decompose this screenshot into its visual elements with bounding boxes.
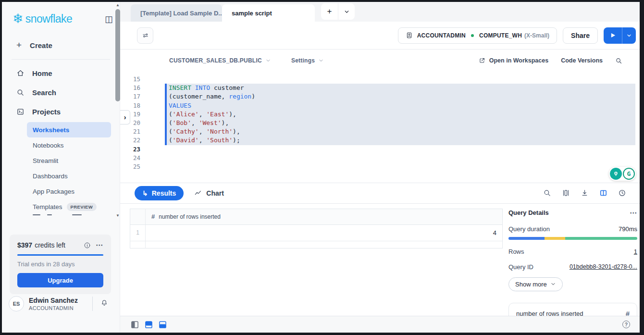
download-icon[interactable]	[581, 189, 589, 197]
collapse-sidebar-icon[interactable]: ◫	[105, 15, 113, 24]
show-more-button[interactable]: Show more	[508, 277, 563, 291]
query-details-panel: Query Details ⋯ Query duration 790ms Row…	[508, 209, 637, 316]
tab-chart[interactable]: Chart	[194, 189, 224, 197]
code-line-21[interactable]: 21('Cathy', 'North'),	[120, 127, 640, 136]
chart-line-icon	[194, 189, 202, 197]
user-role: ACCOUNTADMIN	[29, 305, 78, 311]
scroll-up-icon[interactable]: ▲	[114, 3, 121, 7]
sidebar-item-app-packages[interactable]: App Packages	[27, 184, 111, 199]
sidebar-item-dashboards[interactable]: Dashboards	[27, 168, 111, 184]
sidebar-item-home[interactable]: Home	[2, 63, 120, 83]
scrollbar-thumb[interactable]	[115, 9, 120, 101]
main-content: [Template] Load Sample D... sample scrip…	[120, 2, 640, 333]
sidebar-item-streamlit[interactable]: Streamlit	[27, 153, 111, 168]
code-line-16[interactable]: 16INSERT INTO customer	[120, 84, 640, 92]
info-icon[interactable]	[84, 242, 91, 249]
rows-value-link[interactable]: 1	[634, 248, 637, 255]
rows-label: Rows	[508, 248, 524, 255]
user-row[interactable]: ES Edwin Sanchez ACCOUNTADMIN	[9, 296, 115, 311]
credits-label: credits left	[35, 241, 65, 249]
notifications-bell-icon[interactable]	[100, 299, 108, 309]
code-line-22[interactable]: 22('David', 'South');	[120, 136, 640, 145]
editor-search-button[interactable]	[615, 57, 622, 64]
grammarly-logo-icon[interactable]: G	[623, 168, 635, 180]
tab-list-chevron-icon[interactable]	[338, 3, 355, 20]
query-history-icon[interactable]	[618, 189, 626, 197]
preview-badge: PREVIEW	[67, 203, 97, 211]
role-badge-icon	[406, 32, 413, 39]
snowflake-logo-icon: ❄	[12, 12, 24, 25]
sidebar-item-search[interactable]: Search	[2, 83, 120, 102]
query-id-link[interactable]: 01bdebb8-3201-d278-0...	[570, 263, 637, 270]
share-button[interactable]: Share	[563, 27, 598, 44]
context-selector[interactable]: ACCOUNTADMIN COMPUTE_WH (X-Small)	[398, 27, 557, 44]
results-bar: ↳ Results Chart	[120, 183, 640, 204]
sidebar-item-clipped[interactable]	[27, 214, 111, 218]
app-window: ❄ snowflake ◫ + Create Home Search Proje…	[2, 2, 640, 333]
worksheet-options-button[interactable]	[137, 27, 153, 44]
grammarly-overlay: G	[609, 167, 636, 181]
open-in-workspaces-link[interactable]: Open in Workspaces	[479, 57, 548, 64]
upgrade-button[interactable]: Upgrade	[17, 273, 103, 287]
table-row[interactable]: 1 4	[130, 225, 502, 241]
code-line-20[interactable]: 20('Bob', 'West'),	[120, 119, 640, 127]
help-icon[interactable]: ?	[622, 321, 630, 328]
warehouse-status-dot	[471, 34, 474, 37]
code-line-24[interactable]: 24	[120, 154, 640, 162]
user-divider	[92, 297, 93, 311]
scroll-down-icon[interactable]: ▼	[114, 213, 121, 218]
tab-sample-script[interactable]: sample script	[222, 4, 315, 22]
table-header[interactable]: # number of rows inserted	[130, 209, 502, 225]
settings-dropdown[interactable]: Settings	[291, 57, 324, 64]
active-role: ACCOUNTADMIN	[417, 32, 466, 39]
column-stats-card[interactable]: number of rows inserted # 100% filled	[508, 303, 637, 316]
sidebar-item-projects[interactable]: Projects	[2, 102, 120, 121]
code-lines: 1516INSERT INTO customer17(customer_name…	[120, 75, 640, 171]
window-frame: ❄ snowflake ◫ + Create Home Search Proje…	[0, 0, 644, 335]
object-browser-expander[interactable]: ›	[120, 110, 130, 124]
code-line-23[interactable]: 23	[120, 145, 640, 154]
toggle-left-panel-icon[interactable]	[131, 321, 138, 328]
trial-note: Trial ends in 28 days	[17, 261, 103, 268]
run-button[interactable]	[604, 27, 622, 44]
warehouse-size: (X-Small)	[524, 32, 549, 39]
row-number: 1	[130, 225, 146, 241]
run-options-chevron-icon[interactable]	[622, 27, 636, 44]
search-results-icon[interactable]	[543, 189, 551, 197]
grammarly-suggestion-icon[interactable]	[610, 168, 622, 180]
toggle-results-panel-icon[interactable]	[159, 321, 166, 328]
code-line-15[interactable]: 15	[120, 75, 640, 84]
chevron-down-icon	[265, 58, 271, 63]
credits-progress-bar	[17, 254, 103, 256]
sidebar-item-worksheets[interactable]: Worksheets	[27, 122, 111, 137]
logo-row: ❄ snowflake ◫	[2, 2, 120, 25]
home-icon	[16, 69, 25, 77]
avatar[interactable]: ES	[9, 296, 24, 311]
sidebar-item-templates[interactable]: Templates PREVIEW	[27, 199, 111, 214]
sidebar-item-notebooks[interactable]: Notebooks	[27, 137, 111, 153]
code-line-18[interactable]: 18VALUES	[120, 101, 640, 110]
code-editor[interactable]: 1516INSERT INTO customer17(customer_name…	[120, 72, 640, 183]
database-schema-selector[interactable]: CUSTOMER_SALES_DB.PUBLIC	[169, 57, 271, 64]
table-row-stub	[130, 241, 502, 248]
results-table[interactable]: # number of rows inserted 1 4	[130, 209, 503, 248]
tab-results[interactable]: ↳ Results	[135, 186, 184, 200]
query-details-menu-icon[interactable]: ⋯	[630, 209, 637, 217]
code-line-17[interactable]: 17(customer_name, region)	[120, 92, 640, 101]
create-button[interactable]: + Create	[16, 40, 120, 50]
more-options-icon[interactable]: ⋯	[96, 241, 103, 249]
new-tab-button[interactable]: +	[321, 3, 338, 20]
sidebar-divider	[12, 59, 110, 60]
search-icon	[615, 57, 622, 64]
columns-icon[interactable]	[562, 189, 570, 197]
code-versions-link[interactable]: Code Versions	[561, 57, 603, 64]
code-line-25[interactable]: 25	[120, 162, 640, 171]
split-panel-icon[interactable]	[599, 189, 607, 197]
toggle-editor-panel-icon[interactable]	[145, 321, 152, 328]
duration-value: 790ms	[619, 225, 637, 233]
tab-template-load-sample[interactable]: [Template] Load Sample D...	[131, 4, 222, 22]
query-id-label: Query ID	[508, 263, 533, 271]
credits-card: $397 credits left ⋯ Trial ends in 28 day…	[10, 235, 111, 294]
plus-icon: +	[16, 40, 22, 50]
code-line-19[interactable]: 19('Alice', 'East'),	[120, 110, 640, 119]
